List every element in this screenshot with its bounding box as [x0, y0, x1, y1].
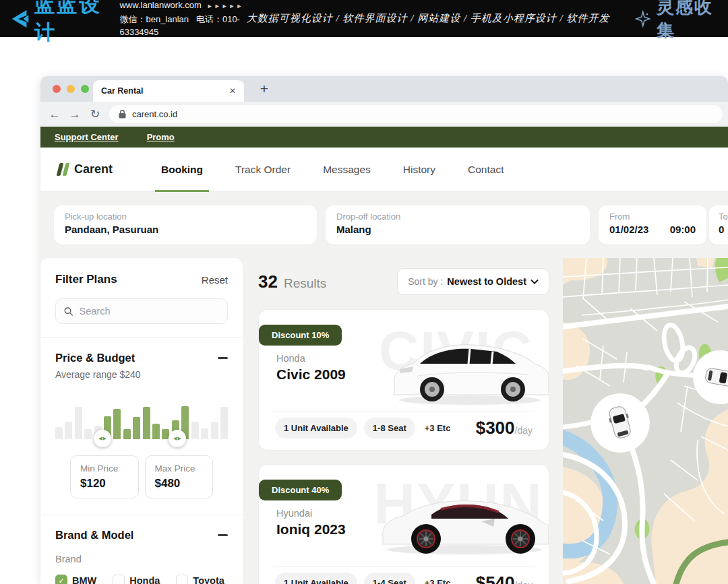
price-histogram: ◀▶◀▶ — [55, 395, 228, 439]
price-budget-title: Price & Budget — [55, 352, 135, 364]
to-datetime-field[interactable]: To 0 — [709, 205, 728, 245]
back-icon[interactable]: ← — [44, 108, 65, 121]
pickup-label: Pick-up location — [65, 212, 306, 222]
checkbox-bmw[interactable]: ✓ — [55, 575, 67, 584]
promo-link[interactable]: Promo — [147, 132, 175, 142]
brand-model-title: Brand & Model — [55, 529, 133, 542]
sort-dropdown[interactable]: Sort by : Newest to Oldest — [397, 268, 549, 295]
traffic-lights[interactable] — [53, 85, 89, 93]
banner-services: 大数据可视化设计 / 软件界面设计 / 网站建设 / 手机及小程序设计 / 软件… — [247, 12, 610, 25]
new-tab-button[interactable]: + — [255, 79, 274, 98]
from-datetime-field[interactable]: From 01/02/23 09:00 — [599, 205, 706, 245]
histogram-bar — [75, 407, 82, 439]
reload-icon[interactable]: ↻ — [85, 107, 105, 121]
filter-search[interactable] — [55, 298, 228, 324]
histogram-bar — [220, 407, 228, 439]
collapse-icon[interactable] — [218, 357, 228, 359]
address-bar[interactable]: carent.co.id — [109, 105, 723, 123]
search-input[interactable] — [80, 306, 219, 317]
nav-track-order[interactable]: Track Order — [235, 164, 291, 176]
brand-model-section: Brand & Model Brand ✓ BMW Honda Toyota — [40, 515, 243, 584]
price-per: /day — [515, 580, 533, 584]
to-value: 0 — [719, 224, 728, 235]
nav-contact[interactable]: Contact — [468, 164, 504, 176]
support-bar: Support Center Promo — [40, 127, 728, 148]
sort-prefix: Sort by : — [408, 276, 443, 287]
forward-icon[interactable]: → — [65, 108, 85, 121]
min-price-box[interactable]: Min Price $120 — [70, 455, 139, 498]
banner-arrows: ►►►►► — [207, 3, 244, 9]
carent-logo-icon — [63, 163, 70, 176]
brand-group-label: Brand — [55, 554, 228, 564]
discount-badge: Discount 40% — [259, 480, 342, 500]
price-budget-section: Price & Budget Average range $240 ◀▶◀▶ M… — [40, 338, 243, 498]
tab-close-icon[interactable]: ✕ — [229, 86, 236, 96]
histogram-bar — [152, 424, 160, 439]
lanlan-logo-text: 蓝蓝设计 — [34, 0, 104, 46]
pickup-location-field[interactable]: Pick-up location Pandaan, Pasuruan — [54, 205, 317, 245]
unit-badge: 1 Unit Available — [275, 418, 357, 439]
nav-history[interactable]: History — [403, 164, 435, 176]
filter-title: Filter Plans — [55, 273, 117, 286]
to-label: To — [719, 212, 728, 222]
histogram-bar — [84, 429, 92, 439]
slider-handle-left[interactable]: ◀▶ — [94, 430, 111, 447]
nav-messages[interactable]: Messages — [323, 164, 371, 176]
browser-tabstrip: Car Rental ✕ + — [40, 76, 728, 102]
sort-value: Newest to Oldest — [447, 276, 526, 287]
unit-badge: 1 Unit Available — [275, 573, 357, 584]
price-value: $300 — [476, 418, 515, 439]
from-date: 01/02/23 — [609, 224, 648, 235]
results-label: Results — [284, 276, 326, 291]
histogram-bar — [143, 407, 150, 439]
car-image-hatchback — [390, 327, 549, 412]
dropoff-value: Malang — [336, 224, 579, 235]
seat-badge: 1-8 Seat — [364, 418, 415, 439]
checkbox-honda[interactable] — [113, 575, 125, 584]
inspiration-collect: 灵感收集 — [635, 0, 716, 42]
histogram-bar — [133, 417, 140, 439]
browser-window: Car Rental ✕ + ← → ↻ carent.co.id Suppor… — [40, 76, 728, 584]
histogram-bar — [113, 409, 121, 439]
carent-brand-name: Carent — [74, 162, 113, 176]
collapse-icon[interactable] — [218, 534, 228, 536]
histogram-bar — [211, 422, 218, 439]
price-per: /day — [515, 425, 533, 436]
results-count: 32 — [258, 271, 278, 292]
car-card-civic[interactable]: CIVIC Discount 10% Honda Civic 2009 — [258, 309, 549, 451]
from-label: From — [609, 212, 696, 222]
dropoff-location-field[interactable]: Drop-off location Malang — [326, 205, 590, 245]
car-brand: Hyundai — [276, 508, 312, 519]
nav-booking[interactable]: Booking — [161, 164, 203, 176]
map[interactable] — [563, 258, 728, 584]
checkbox-toyota-label: Toyota — [193, 575, 224, 584]
average-range: Average range $240 — [55, 369, 228, 380]
histogram-bar — [65, 422, 72, 439]
maximize-window-button[interactable] — [81, 85, 89, 93]
histogram-bar — [55, 427, 63, 439]
browser-tab[interactable]: Car Rental ✕ — [93, 80, 244, 102]
close-window-button[interactable] — [53, 85, 61, 93]
carent-logo[interactable]: Carent — [58, 162, 113, 176]
car-model: Civic 2009 — [276, 366, 346, 383]
minimize-window-button[interactable] — [67, 85, 75, 93]
histogram-bar — [191, 422, 199, 439]
banner-contact: www.lanlanwork.com►►►►► 微信：ben_lanlan 电话… — [119, 0, 246, 38]
car-image-sports — [380, 474, 549, 562]
nav-items: Booking Track Order Messages History Con… — [161, 164, 504, 176]
discount-badge: Discount 10% — [259, 325, 342, 346]
checkbox-honda-label: Honda — [129, 575, 160, 584]
slider-handle-right[interactable]: ◀▶ — [169, 430, 186, 447]
reset-button[interactable]: Reset — [202, 274, 228, 286]
seat-badge: 1-4 Seat — [364, 573, 415, 584]
promo-banner: 蓝蓝设计 www.lanlanwork.com►►►►► 微信：ben_lanl… — [0, 0, 728, 37]
checkbox-toyota[interactable] — [176, 575, 188, 584]
search-icon — [64, 306, 73, 317]
max-price-box[interactable]: Max Price $480 — [145, 455, 214, 498]
checkbox-bmw-label: BMW — [72, 575, 96, 584]
car-card-ioniq[interactable]: HYUN Discount 40% Hyundai Ioniq 2023 — [258, 464, 549, 584]
url-text: carent.co.id — [132, 109, 177, 119]
support-center-link[interactable]: Support Center — [55, 132, 119, 142]
car-model: Ioniq 2023 — [276, 521, 346, 538]
map-car-marker[interactable] — [590, 393, 650, 453]
